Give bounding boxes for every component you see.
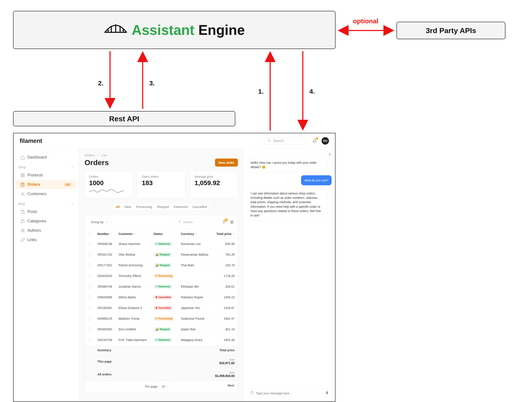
squares-icon	[20, 173, 25, 177]
stat-label: Average price	[195, 175, 233, 178]
cell-number: OR490300	[94, 324, 115, 335]
next-page-button[interactable]: Next	[228, 384, 234, 389]
cell-number: OR589758	[94, 281, 115, 292]
arrow-4	[299, 50, 306, 132]
tab-processing[interactable]: Processing	[136, 205, 152, 209]
row-checkbox[interactable]	[88, 327, 91, 331]
cell-currency: Ethiopian Birr	[178, 281, 212, 292]
row-checkbox[interactable]	[88, 242, 91, 245]
table-row[interactable]: OR341702Ottis Bednar🚚 ShippedPanamanian …	[85, 249, 238, 260]
cell-total: 204.61	[212, 281, 238, 292]
cell-status: 🚚 Shipped	[150, 260, 178, 271]
close-icon[interactable]: ✕	[328, 152, 332, 157]
chevron-up-icon	[71, 202, 74, 206]
sidebar-item-links[interactable]: Links	[16, 235, 76, 244]
stat-card-open-orders: Open orders 183	[137, 171, 185, 198]
table-search[interactable]: Search	[175, 218, 219, 226]
crumb-list: List	[101, 153, 107, 157]
tab-all[interactable]: All	[116, 205, 120, 209]
cell-customer: Shana Hammes	[115, 239, 150, 249]
cell-number: OR341702	[94, 249, 115, 260]
orders-table-panel: Group by Search 0	[84, 215, 238, 392]
table-row[interactable]: OR403343Timmothy Effertz↻ Processing1718…	[85, 271, 238, 281]
notifications-button[interactable]	[311, 138, 318, 144]
svg-rect-16	[232, 221, 232, 223]
row-checkbox[interactable]	[88, 253, 91, 256]
cell-customer: Eloisa Gislason II	[115, 303, 150, 313]
sidebar-item-customers[interactable]: Customers	[16, 189, 76, 198]
sidebar-item-categories[interactable]: Categories	[16, 217, 76, 226]
link-icon	[20, 238, 25, 242]
status-badge: ↻ Processing	[153, 316, 174, 321]
svg-point-12	[21, 229, 23, 231]
cell-customer: Madisen Tromp	[115, 313, 150, 324]
chat-message-assistant: Hello! How can I assist you today with y…	[247, 158, 327, 172]
cell-status: ↻ Processing	[150, 313, 178, 324]
row-checkbox[interactable]	[88, 295, 91, 299]
row-checkbox[interactable]	[88, 306, 91, 309]
status-badge: 🚚 Shipped	[153, 263, 172, 267]
row-checkbox[interactable]	[88, 317, 91, 320]
app-topbar: filament Search DU	[13, 133, 335, 149]
svg-rect-8	[21, 176, 22, 177]
sidebar-item-orders[interactable]: Orders 222	[16, 180, 76, 189]
trash-icon[interactable]	[250, 391, 253, 396]
table-row[interactable]: OR508138Shana Hammes✔ DeliveredRomanian …	[85, 239, 238, 249]
global-search[interactable]: Search	[264, 137, 308, 144]
sidebar-item-label: Links	[27, 238, 37, 242]
sidebar-item-dashboard[interactable]: Dashboard	[16, 153, 76, 162]
all-orders-label: All orders	[94, 368, 212, 381]
row-checkbox[interactable]	[88, 274, 91, 277]
col-number[interactable]: Number	[94, 229, 115, 239]
row-checkbox[interactable]	[88, 263, 91, 267]
table-row[interactable]: OR868125Madisen Tromp↻ ProcessingSudanes…	[85, 313, 238, 324]
status-badge: ✔ Delivered	[153, 338, 172, 342]
table-row[interactable]: OR633589Wilma Marks✖ CancelledPakistani …	[85, 292, 238, 303]
tab-shipped[interactable]: Shipped	[157, 205, 169, 209]
crumb-orders[interactable]: Orders	[84, 153, 95, 157]
chat-panel: ✕ Hello! How can I assist you today with…	[244, 149, 335, 401]
table-row[interactable]: OR177302Patrick Armstrong🚚 ShippedThai B…	[85, 260, 238, 271]
col-total[interactable]: Total price	[212, 229, 238, 239]
global-search-placeholder: Search	[273, 139, 284, 143]
svg-rect-6	[21, 174, 22, 175]
app-brand: filament	[20, 138, 42, 144]
table-row[interactable]: OR490300Eino Gottlieb🚚 ShippedQatari Ria…	[85, 324, 238, 335]
user-avatar[interactable]: DU	[322, 137, 329, 144]
cell-number: OR403343	[94, 271, 115, 281]
table-search-placeholder: Search	[183, 220, 193, 224]
table-row[interactable]: OR244799Prof. Twila Hartmann✔ DeliveredM…	[85, 335, 238, 345]
filter-button[interactable]: 0	[221, 219, 227, 225]
sidebar-item-products[interactable]: Products	[16, 171, 76, 180]
microphone-icon[interactable]	[325, 391, 329, 396]
tab-new[interactable]: New	[125, 205, 131, 209]
chat-input[interactable]	[256, 392, 323, 395]
col-status[interactable]: Status	[150, 229, 178, 239]
tab-cancelled[interactable]: Cancelled	[192, 205, 207, 209]
row-checkbox[interactable]	[88, 285, 91, 288]
avatar-initials: DU	[323, 139, 327, 142]
table-row[interactable]: OR165481Eloisa Gislason II✖ CancelledJap…	[85, 303, 238, 313]
sidebar-item-authors[interactable]: Authors	[16, 226, 76, 235]
new-order-button[interactable]: New order	[215, 158, 238, 167]
cell-total: 781.26	[212, 249, 238, 260]
status-filter-tabs: All New Processing Shipped Delivered Can…	[112, 203, 210, 211]
col-currency[interactable]: Currency	[178, 229, 212, 239]
sidebar-section-blog[interactable]: Blog	[13, 199, 79, 207]
columns-button[interactable]	[229, 219, 235, 225]
table-row[interactable]: OR589758Jonathan Marvin✔ DeliveredEthiop…	[85, 281, 238, 292]
sidebar-section-label: Blog	[18, 202, 25, 206]
col-customer[interactable]: Customer	[115, 229, 150, 239]
row-checkbox[interactable]	[88, 338, 91, 341]
per-page-select[interactable]: 10	[159, 384, 171, 389]
sidebar-section-shop[interactable]: Shop	[13, 162, 79, 170]
svg-point-5	[268, 139, 270, 141]
tab-delivered[interactable]: Delivered	[174, 205, 187, 209]
sidebar-item-posts[interactable]: Posts	[16, 207, 76, 216]
orders-count-badge: 222	[64, 183, 72, 187]
cell-status: 🚚 Shipped	[150, 249, 178, 260]
chevron-down-icon	[166, 385, 168, 388]
group-by-dropdown[interactable]: Group by	[88, 218, 111, 226]
select-all-checkbox[interactable]	[88, 232, 91, 235]
stat-value: 183	[142, 179, 181, 187]
